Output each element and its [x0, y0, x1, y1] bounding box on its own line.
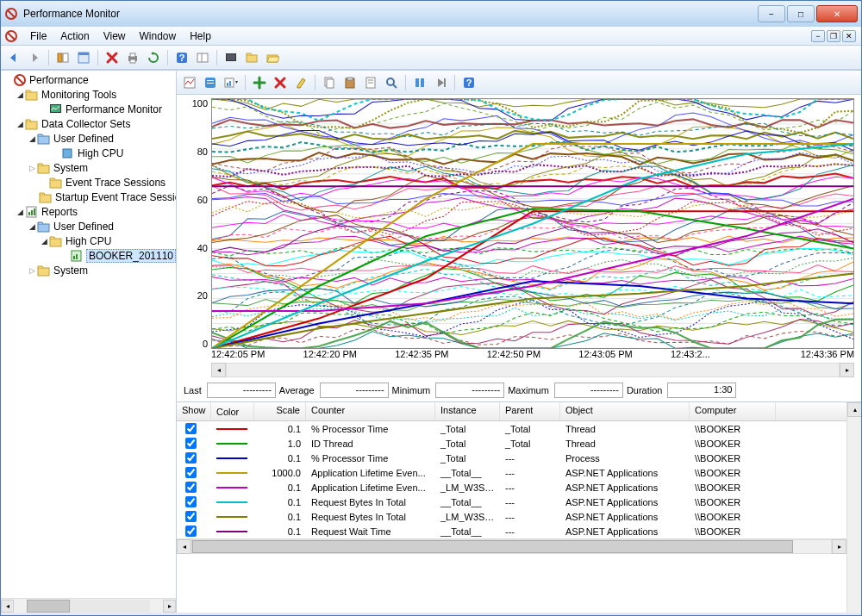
tree-label[interactable]: Startup Event Trace Sessions	[55, 191, 176, 203]
tree-node[interactable]: ◢User Defined	[1, 131, 176, 146]
tree-node[interactable]: High CPU	[1, 146, 176, 160]
menu-window[interactable]: Window	[133, 28, 184, 44]
col-counter[interactable]: Counter	[306, 402, 435, 420]
tree-node[interactable]: ◢Reports	[1, 204, 176, 219]
change-graph-type-button[interactable]	[222, 73, 240, 92]
col-scale[interactable]: Scale	[254, 402, 306, 420]
minimize-button[interactable]: −	[758, 5, 785, 22]
delete-button[interactable]	[103, 48, 122, 67]
show-hide-tree-button[interactable]	[53, 48, 72, 67]
chart-help-button[interactable]: ?	[459, 73, 478, 92]
tree-node[interactable]: Performance Monitor	[1, 102, 176, 116]
tree-label[interactable]: Performance Monitor	[66, 103, 162, 115]
tree-label[interactable]: System	[53, 162, 88, 174]
tree-expander[interactable]: ◢	[15, 208, 25, 216]
table-row[interactable]: 0.1% Processor Time_Total---Process\\BOO…	[177, 451, 846, 465]
tree-expander[interactable]: ◢	[39, 237, 49, 246]
chart-canvas[interactable]	[211, 98, 854, 349]
counter-table-body[interactable]: 0.1% Processor Time_Total_TotalThread\\B…	[177, 421, 846, 538]
tree-expander[interactable]: ◢	[27, 222, 37, 231]
table-row[interactable]: 1000.0Application Lifetime Even...__Tota…	[177, 465, 846, 480]
mdi-minimize-button[interactable]: −	[811, 30, 825, 42]
counter-scroll-right-button[interactable]: ▸	[832, 539, 846, 554]
tree-label[interactable]: Data Collector Sets	[41, 118, 130, 130]
counter-scroll-left-button[interactable]: ◂	[177, 539, 191, 554]
col-object[interactable]: Object	[560, 402, 690, 420]
col-computer[interactable]: Computer	[690, 402, 776, 420]
tree-label[interactable]: Reports	[41, 206, 78, 218]
tree-expander[interactable]: ▷	[27, 266, 37, 275]
tree-expander[interactable]: ◢	[15, 90, 25, 99]
tree-node[interactable]: ◢Data Collector Sets	[1, 116, 176, 131]
tree-node[interactable]: ◢Monitoring Tools	[1, 87, 176, 102]
toolbar-view-button[interactable]	[193, 48, 212, 67]
table-row[interactable]: 0.1Request Wait Time__Total__---ASP.NET …	[177, 524, 846, 538]
tree-label[interactable]: BOOKER_201110	[86, 249, 176, 263]
tree-label[interactable]: High CPU	[78, 147, 123, 159]
tree-label[interactable]: High CPU	[66, 235, 111, 247]
highlight-button[interactable]	[291, 73, 310, 92]
refresh-button[interactable]	[144, 48, 163, 67]
add-counter-button[interactable]	[250, 73, 269, 92]
tree-expander[interactable]: ◢	[27, 134, 37, 143]
tree-node[interactable]: BOOKER_201110	[1, 248, 176, 263]
tree-label[interactable]: Monitoring Tools	[41, 89, 116, 101]
navigation-tree[interactable]: Performance◢Monitoring ToolsPerformance …	[1, 71, 176, 598]
view-log-data-button[interactable]	[201, 73, 220, 92]
menu-file[interactable]: File	[23, 28, 53, 44]
mdi-restore-button[interactable]: ❐	[827, 30, 840, 42]
show-checkbox[interactable]	[177, 523, 211, 538]
menu-action[interactable]: Action	[53, 28, 96, 44]
forward-button[interactable]	[25, 48, 44, 67]
print-icon[interactable]	[123, 48, 142, 67]
tree-label[interactable]: Performance	[29, 74, 89, 86]
table-row[interactable]: 0.1Request Bytes In Total__Total__---ASP…	[177, 495, 846, 509]
tree-label[interactable]: System	[53, 264, 88, 277]
copy-button[interactable]	[320, 73, 339, 92]
menu-help[interactable]: Help	[183, 28, 218, 44]
paste-button[interactable]	[340, 73, 359, 92]
tree-node[interactable]: ◢High CPU	[1, 233, 176, 248]
back-button[interactable]	[4, 48, 23, 67]
tree-label[interactable]: Event Trace Sessions	[66, 177, 166, 189]
counter-vscroll[interactable]: ▴	[846, 402, 861, 613]
tree-label[interactable]: User Defined	[53, 133, 114, 145]
tree-node[interactable]: Startup Event Trace Sessions	[1, 190, 176, 204]
open-folder-button[interactable]	[263, 48, 282, 67]
update-data-button[interactable]	[431, 73, 450, 92]
tree-expander[interactable]: ◢	[15, 120, 25, 128]
view-current-activity-button[interactable]	[180, 73, 199, 92]
tree-node[interactable]: Event Trace Sessions	[1, 175, 176, 190]
close-button[interactable]: ✕	[816, 5, 858, 22]
tree-node[interactable]: ▷System	[1, 263, 176, 277]
delete-counter-button[interactable]	[271, 73, 290, 92]
chart-scroll-left-button[interactable]: ◂	[211, 363, 226, 377]
tree-label[interactable]: User Defined	[53, 221, 114, 233]
tree-node[interactable]: ◢User Defined	[1, 219, 176, 233]
tree-node[interactable]: Performance	[1, 72, 176, 87]
col-show[interactable]: Show	[177, 402, 211, 420]
new-folder-button[interactable]	[242, 48, 261, 67]
chart-scroll-right-button[interactable]: ▸	[840, 363, 854, 377]
col-parent[interactable]: Parent	[500, 402, 560, 420]
table-row[interactable]: 0.1Application Lifetime Even..._LM_W3SV.…	[177, 480, 846, 495]
counter-hscroll[interactable]: ◂ ▸	[177, 538, 846, 553]
maximize-button[interactable]: □	[787, 5, 815, 22]
tree-expander[interactable]: ▷	[27, 164, 37, 172]
zoom-button[interactable]	[382, 73, 401, 92]
tree-hscroll[interactable]: ◂ ▸	[1, 598, 176, 613]
toolbar-display-button[interactable]	[222, 48, 240, 67]
help-button[interactable]: ?	[172, 48, 191, 67]
table-row[interactable]: 0.1% Processor Time_Total_TotalThread\\B…	[177, 421, 846, 436]
scroll-left-button[interactable]: ◂	[1, 600, 14, 613]
properties-button[interactable]	[361, 73, 380, 92]
scroll-right-button[interactable]: ▸	[163, 600, 176, 613]
mdi-close-button[interactable]: ✕	[842, 30, 856, 42]
table-row[interactable]: 0.1Request Bytes In Total_LM_W3SV...---A…	[177, 509, 846, 524]
chart-hscroll[interactable]: ◂ ▸	[211, 363, 854, 377]
toolbar-layout-button[interactable]	[74, 48, 93, 67]
tree-node[interactable]: ▷System	[1, 160, 176, 175]
menu-view[interactable]: View	[97, 28, 133, 44]
col-instance[interactable]: Instance	[435, 402, 500, 420]
table-row[interactable]: 1.0ID Thread_Total_TotalThread\\BOOKER	[177, 436, 846, 451]
